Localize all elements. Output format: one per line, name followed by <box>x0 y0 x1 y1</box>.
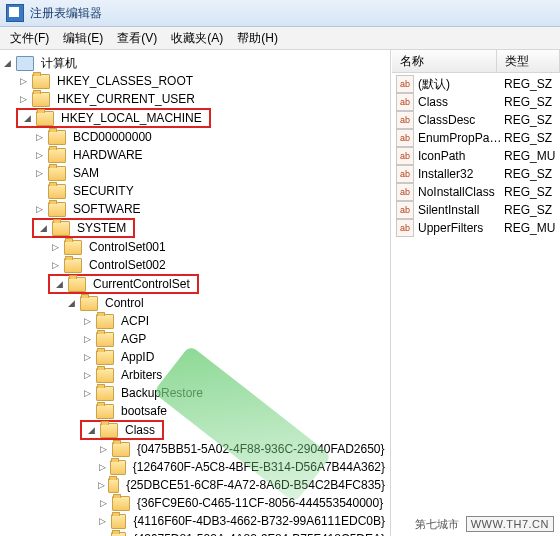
string-value-icon: ab <box>396 75 414 93</box>
expand-icon[interactable]: ▷ <box>34 132 45 143</box>
expand-icon[interactable]: ▷ <box>34 204 45 215</box>
value-list-pane: 名称 类型 ab(默认)REG_SZabClassREG_SZabClassDe… <box>391 50 560 536</box>
menu-view[interactable]: 查看(V) <box>111 28 163 49</box>
tree-label: {36FC9E60-C465-11CF-8056-444553540000} <box>134 495 386 511</box>
tree-node-computer[interactable]: ◢ 计算机 <box>0 54 390 72</box>
watermark: 第七城市 WWW.TH7.CN <box>415 516 554 532</box>
tree-node[interactable]: ▷bootsafe <box>80 402 390 420</box>
expand-icon[interactable]: ▷ <box>82 316 93 327</box>
expand-icon[interactable]: ▷ <box>82 352 93 363</box>
expand-icon[interactable]: ▷ <box>98 444 109 455</box>
folder-icon <box>52 221 70 236</box>
value-type: REG_MULTI <box>504 221 556 235</box>
menu-file[interactable]: 文件(F) <box>4 28 55 49</box>
tree-node[interactable]: ▷SAM <box>32 164 390 182</box>
folder-icon <box>96 368 114 383</box>
collapse-icon[interactable]: ◢ <box>54 279 65 290</box>
tree-node[interactable]: ▷BCD00000000 <box>32 128 390 146</box>
tree-label: SOFTWARE <box>70 201 144 217</box>
expand-icon[interactable]: ▷ <box>98 462 107 473</box>
expand-icon[interactable]: ▷ <box>82 388 93 399</box>
menu-edit[interactable]: 编辑(E) <box>57 28 109 49</box>
tree-pane[interactable]: ◢ 计算机 ▷HKEY_CLASSES_ROOT ▷HKEY_CURRENT_U… <box>0 50 391 536</box>
tree-node[interactable]: ▷{4116F60F-4DB3-4662-B732-99A6111EDC0B} <box>96 512 390 530</box>
tree-node[interactable]: ▷HARDWARE <box>32 146 390 164</box>
value-name: NoInstallClass <box>418 185 504 199</box>
list-row[interactable]: abIconPathREG_MULTI <box>392 147 560 165</box>
expand-icon[interactable]: ▷ <box>98 480 105 491</box>
tree-node[interactable]: ▷SOFTWARE <box>32 200 390 218</box>
tree-node[interactable]: ▷{0475BB51-5A02-4F88-936C-29040FAD2650} <box>96 440 390 458</box>
list-row[interactable]: abEnumPropPag...REG_SZ <box>392 129 560 147</box>
tree-node[interactable]: ▷ControlSet002 <box>48 256 390 274</box>
highlight-box: ◢HKEY_LOCAL_MACHINE <box>16 108 211 128</box>
value-type: REG_SZ <box>504 113 556 127</box>
value-type: REG_MULTI <box>504 149 556 163</box>
menu-help[interactable]: 帮助(H) <box>231 28 284 49</box>
collapse-icon[interactable]: ◢ <box>86 425 97 436</box>
folder-icon <box>64 258 82 273</box>
tree-node[interactable]: ▷BackupRestore <box>80 384 390 402</box>
highlight-box: ◢SYSTEM <box>32 218 135 238</box>
tree-label: {43675D81-502A-4A82-9F84-B75F418C5DEA} <box>130 531 388 536</box>
tree-node[interactable]: ▷Arbiters <box>80 366 390 384</box>
collapse-icon[interactable]: ◢ <box>22 113 33 124</box>
tree-node-class[interactable]: ◢Class <box>84 422 160 438</box>
menu-favorites[interactable]: 收藏夹(A) <box>165 28 229 49</box>
column-header-name[interactable]: 名称 <box>392 50 497 72</box>
expand-icon[interactable]: ▷ <box>82 334 93 345</box>
expand-icon[interactable]: ▷ <box>18 94 29 105</box>
list-header: 名称 类型 <box>392 50 560 73</box>
tree-node[interactable]: ▷ACPI <box>80 312 390 330</box>
collapse-icon[interactable]: ◢ <box>2 58 13 69</box>
expand-icon[interactable]: ▷ <box>98 516 108 527</box>
value-name: (默认) <box>418 76 504 93</box>
tree-label: SAM <box>70 165 102 181</box>
tree-node-hklm[interactable]: ◢HKEY_LOCAL_MACHINE <box>20 110 207 126</box>
folder-icon <box>96 332 114 347</box>
folder-icon <box>108 478 119 493</box>
tree-node-ccs[interactable]: ◢CurrentControlSet <box>52 276 195 292</box>
list-row[interactable]: abInstaller32REG_SZ <box>392 165 560 183</box>
tree-node-hkcu[interactable]: ▷HKEY_CURRENT_USER <box>16 90 390 108</box>
list-row[interactable]: abClassREG_SZ <box>392 93 560 111</box>
tree-label: ControlSet002 <box>86 257 169 273</box>
list-row[interactable]: ab(默认)REG_SZ <box>392 75 560 93</box>
string-value-icon: ab <box>396 183 414 201</box>
expand-icon[interactable]: ▷ <box>50 260 61 271</box>
list-row[interactable]: abNoInstallClassREG_SZ <box>392 183 560 201</box>
collapse-icon[interactable]: ◢ <box>38 223 49 234</box>
tree-node[interactable]: ▷AppID <box>80 348 390 366</box>
tree-node[interactable]: ▷AGP <box>80 330 390 348</box>
expand-icon[interactable]: ▷ <box>34 150 45 161</box>
tree-node-hkcr[interactable]: ▷HKEY_CLASSES_ROOT <box>16 72 390 90</box>
expand-icon[interactable]: ▷ <box>34 168 45 179</box>
list-row[interactable]: abUpperFiltersREG_MULTI <box>392 219 560 237</box>
tree-node-system[interactable]: ◢SYSTEM <box>36 220 131 236</box>
folder-icon <box>96 314 114 329</box>
value-name: Installer32 <box>418 167 504 181</box>
tree-node[interactable]: ▷{1264760F-A5C8-4BFE-B314-D56A7B44A362} <box>96 458 390 476</box>
tree-node-control[interactable]: ◢Control <box>64 294 390 312</box>
tree-node[interactable]: ▷{43675D81-502A-4A82-9F84-B75F418C5DEA} <box>96 530 390 536</box>
string-value-icon: ab <box>396 129 414 147</box>
folder-icon <box>111 532 127 537</box>
tree-label: CurrentControlSet <box>90 276 193 292</box>
folder-icon <box>96 350 114 365</box>
tree-label: ControlSet001 <box>86 239 169 255</box>
collapse-icon[interactable]: ◢ <box>66 298 77 309</box>
expand-icon[interactable]: ▷ <box>18 76 29 87</box>
tree-label: SECURITY <box>70 183 137 199</box>
titlebar: 注册表编辑器 <box>0 0 560 27</box>
tree-node[interactable]: ▷ControlSet001 <box>48 238 390 256</box>
tree-node[interactable]: ▷{36FC9E60-C465-11CF-8056-444553540000} <box>96 494 390 512</box>
expand-icon[interactable]: ▷ <box>98 498 109 509</box>
list-row[interactable]: abClassDescREG_SZ <box>392 111 560 129</box>
expand-icon[interactable]: ▷ <box>82 370 93 381</box>
tree-node[interactable]: ▷SECURITY <box>32 182 390 200</box>
highlight-box: ◢Class <box>80 420 164 440</box>
expand-icon[interactable]: ▷ <box>50 242 61 253</box>
tree-node[interactable]: ▷{25DBCE51-6C8F-4A72-8A6D-B54C2B4FC835} <box>96 476 390 494</box>
list-row[interactable]: abSilentInstallREG_SZ <box>392 201 560 219</box>
column-header-type[interactable]: 类型 <box>497 50 560 72</box>
